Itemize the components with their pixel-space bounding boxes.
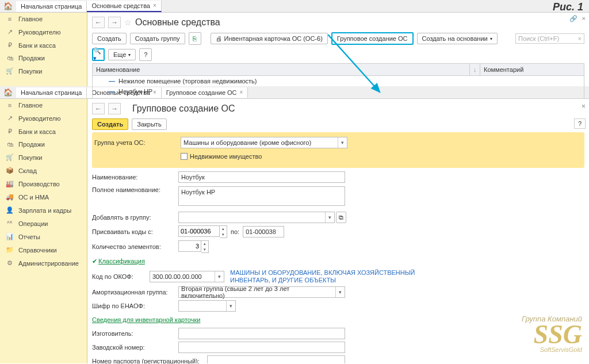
classification-link[interactable]: Классификация	[98, 258, 145, 265]
lbl-full: Полное наименование:	[92, 186, 178, 193]
home-icon[interactable]: 🏠	[0, 88, 16, 97]
sidebar-item[interactable]: ₽Банк и касса	[0, 125, 87, 138]
sidebar-item[interactable]: ↗Руководителю	[0, 25, 87, 39]
menu-icon: 📊	[6, 233, 14, 240]
sidebar-item[interactable]: ↗Руководителю	[0, 112, 87, 125]
tab-home[interactable]: Начальная страница	[16, 1, 87, 12]
addgroup-select[interactable]: ▾	[178, 212, 335, 223]
sidebar-item[interactable]: 🏭Производство	[0, 177, 87, 190]
code-to-input[interactable]: 01-000038	[243, 226, 284, 237]
amort-select[interactable]: Вторая группа (свыше 2 лет до 3 лет вклю…	[178, 286, 345, 298]
sidebar-item[interactable]: 🛍Продажи	[0, 138, 87, 151]
sort-icon[interactable]: ↓	[470, 64, 480, 75]
bullet-icon: —	[109, 88, 115, 95]
sidebar-item[interactable]: 🛍Продажи	[0, 52, 87, 64]
name-input[interactable]: Ноутбук	[178, 171, 345, 183]
menu-icon: 🚚	[6, 193, 14, 201]
sidebar-item[interactable]: 🚚ОС и НМА	[0, 190, 87, 204]
menu-icon: 👤	[6, 206, 14, 214]
menu-icon: 🛒	[6, 154, 14, 161]
menu-icon: 🏭	[6, 180, 14, 187]
create-button[interactable]: Создать	[92, 33, 127, 44]
sidebar-item[interactable]: ≡Главное	[0, 99, 87, 112]
col-comment[interactable]: Комментарий	[480, 64, 584, 75]
open-icon[interactable]: ⧉	[336, 212, 346, 223]
clear-icon[interactable]: ×	[578, 35, 582, 42]
lbl-maker: Изготовитель:	[92, 330, 178, 337]
maker-input[interactable]	[178, 328, 345, 339]
search-input[interactable]: Поиск (Ctrl+F)×	[515, 33, 584, 44]
menu-icon: 📁	[6, 246, 14, 254]
code-to-label: по:	[227, 228, 243, 235]
okof-desc-1[interactable]: МАШИНЫ И ОБОРУДОВАНИЕ, ВКЛЮЧАЯ ХОЗЯЙСТВЕ…	[230, 269, 415, 277]
grid-header: Наименование ↓ Комментарий	[92, 63, 584, 76]
copy-icon[interactable]: ⎘	[189, 32, 201, 45]
inventory-details-link[interactable]: Сведения для инвентарной карточки	[92, 316, 200, 323]
lbl-passport: Номер паспорта (регистрационный):	[92, 358, 207, 363]
sidebar-item[interactable]: ₽Банк и касса	[0, 39, 87, 52]
menu-icon: 📦	[6, 167, 14, 174]
close-icon[interactable]: ×	[582, 102, 586, 110]
highlight-band: Группа учета ОС: Машины и оборудование (…	[92, 132, 584, 168]
code-from-input[interactable]: ▴▾	[178, 225, 227, 238]
search-icon[interactable]: 🔍▾	[92, 48, 105, 61]
fullname-input[interactable]: Ноутбук HP	[178, 186, 345, 206]
lbl-count: Количество элементов:	[92, 243, 178, 250]
sidebar-item[interactable]: ≡Главное	[0, 13, 87, 25]
nav-fwd[interactable]: →	[108, 17, 121, 28]
sidebar-2: ≡Главное↗Руководителю₽Банк и касса🛍Прода…	[0, 99, 87, 363]
okof-input[interactable]: 300.00.00.00.000▾	[150, 271, 224, 282]
create-button[interactable]: Создать	[92, 118, 128, 130]
okof-desc-2[interactable]: ИНВЕНТАРЬ, И ДРУГИЕ ОБЪЕКТЫ	[230, 277, 415, 284]
lbl-enaof: Шифр по ЕНАОФ:	[92, 302, 178, 309]
menu-icon: 🛍	[6, 55, 14, 62]
sidebar-item[interactable]: 🛒Покупки	[0, 151, 87, 164]
sidebar-item[interactable]: 📁Справочники	[0, 243, 87, 256]
chevron-down-icon[interactable]: ▾	[338, 137, 347, 148]
menu-icon: ↗	[6, 114, 14, 122]
passport-input[interactable]	[207, 355, 345, 363]
lbl-addgroup: Добавлять в группу:	[92, 214, 178, 221]
create-group-button[interactable]: Создать группу	[130, 33, 185, 44]
menu-icon: ≡	[6, 16, 14, 22]
sidebar-item[interactable]: 📊Отчеты	[0, 230, 87, 243]
lbl-name: Наименование:	[92, 174, 178, 181]
table-row[interactable]: —Нежилое помещение (торговая недвижимост…	[93, 76, 584, 86]
lbl-okof: Код по ОКОФ:	[92, 273, 150, 280]
lbl-factory: Заводской номер:	[92, 344, 178, 351]
group-select[interactable]: Машины и оборудование (кроме офисного)▾	[181, 137, 347, 148]
create-based-button[interactable]: Создать на основании▾	[417, 33, 498, 44]
sidebar-1: ≡Главное↗Руководителю₽Банк и касса🛍Прода…	[0, 13, 87, 86]
help-icon[interactable]: ?	[139, 48, 152, 61]
star-icon[interactable]: ☆	[124, 18, 132, 27]
col-name[interactable]: Наименование	[93, 64, 470, 75]
sidebar-item[interactable]: ᴬᴷОперации	[0, 217, 87, 230]
menu-icon: ₽	[6, 128, 14, 135]
menu-icon: ≡	[6, 102, 14, 109]
realestate-checkbox[interactable]	[181, 153, 188, 160]
content-2: × ? ← → Групповое создание ОС Создать За…	[87, 99, 589, 363]
inventory-card-button[interactable]: 🖨Инвентарная карточка ОС (ОС-6)	[211, 33, 328, 44]
home-icon[interactable]: 🏠	[0, 2, 16, 10]
sidebar-item[interactable]: 🛒Покупки	[0, 64, 87, 78]
enaof-input[interactable]: ▾	[178, 300, 236, 312]
count-input[interactable]: ▴▾	[178, 240, 209, 253]
sidebar-item[interactable]: 📦Склад	[0, 164, 87, 177]
tab-assets[interactable]: Основные средства×	[87, 1, 161, 12]
tab-home-2[interactable]: Начальная страница	[16, 87, 87, 98]
bullet-icon: —	[109, 78, 115, 85]
help-icon[interactable]: ?	[574, 118, 586, 129]
nav-back[interactable]: ←	[92, 17, 105, 28]
table-row[interactable]: —Ноутбук HP	[93, 86, 584, 97]
factory-input[interactable]	[178, 342, 345, 353]
more-button[interactable]: Еще▾	[108, 49, 136, 60]
sidebar-item[interactable]: 👤Зарплата и кадры	[0, 204, 87, 217]
link-icon[interactable]: 🔗	[569, 15, 577, 22]
nav-fwd[interactable]: →	[108, 103, 121, 114]
bulk-create-button[interactable]: Групповое создание ОС	[331, 32, 414, 45]
close-button[interactable]: Закрыть	[132, 118, 166, 130]
sidebar-item[interactable]: ⚙Администрирование	[0, 256, 87, 270]
close-icon[interactable]: ×	[582, 15, 586, 22]
nav-back[interactable]: ←	[92, 103, 105, 114]
close-icon[interactable]: ×	[153, 2, 156, 9]
